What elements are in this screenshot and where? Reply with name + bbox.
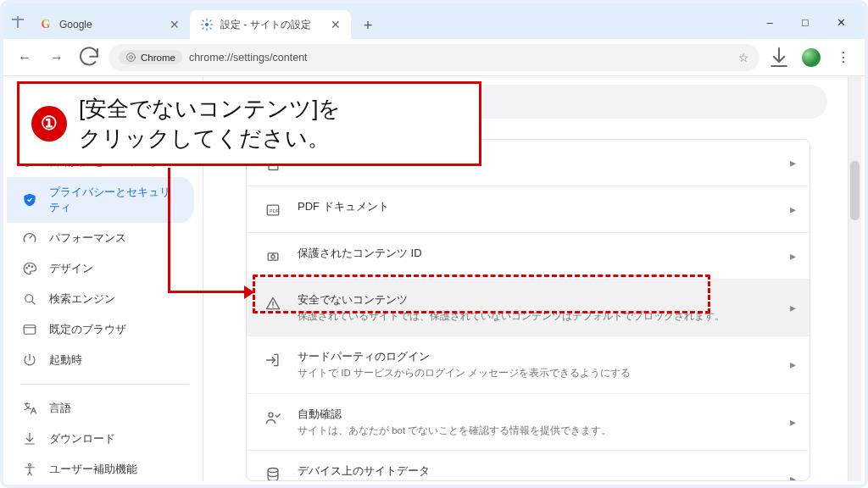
sidebar-item-performance[interactable]: パフォーマンス	[7, 223, 194, 253]
sidebar-item-appearance[interactable]: デザイン	[7, 253, 194, 284]
row-title: 自動確認	[298, 407, 793, 422]
chevron-right-icon: ▸	[790, 358, 796, 371]
scrollbar-thumb[interactable]	[850, 161, 860, 220]
signin-icon	[264, 351, 282, 369]
row-subtitle: サイトで ID サービスからのログイン メッセージを表示できるようにする	[298, 366, 793, 380]
database-icon	[264, 465, 282, 481]
row-subtitle: サイトはデバイスにデータを保存できます	[298, 480, 793, 481]
chevron-right-icon: ▸	[790, 415, 796, 429]
chip-label: Chrome	[141, 53, 175, 63]
sidebar-separator	[20, 384, 189, 385]
annotation-badge: ①	[31, 106, 67, 141]
row-pdf[interactable]: PDF PDF ドキュメント ▸	[247, 186, 810, 232]
chevron-right-icon: ▸	[790, 202, 796, 216]
tab-search-icon[interactable]	[12, 16, 24, 28]
svg-point-20	[268, 468, 278, 472]
downloads-button[interactable]	[766, 45, 792, 70]
row-title: デバイス上のサイトデータ	[298, 463, 793, 479]
close-icon[interactable]: ✕	[329, 18, 342, 31]
accessibility-icon	[22, 462, 37, 477]
warning-icon	[264, 294, 282, 313]
row-title: 保護されたコンテンツ ID	[298, 246, 793, 261]
chrome-icon	[125, 52, 136, 63]
back-button[interactable]: ←	[12, 45, 37, 70]
window-controls: – □ ✕	[758, 16, 861, 32]
power-icon	[22, 352, 37, 368]
minimize-button[interactable]: –	[758, 16, 782, 29]
sidebar-item-on-startup[interactable]: 起動時	[7, 345, 194, 375]
titlebar: G Google ✕ 設定 - サイトの設定 ✕ + – □ ✕	[3, 3, 865, 39]
row-third-party-signin[interactable]: サードパーティのログイン サイトで ID サービスからのログイン メッセージを表…	[247, 336, 810, 392]
row-insecure-content[interactable]: 安全でないコンテンツ 保護されているサイトでは、保護されていないコンテンツはデフ…	[247, 279, 810, 336]
sidebar-item-search-engine[interactable]: 検索エンジン	[7, 284, 194, 314]
bookmark-icon[interactable]: ☆	[738, 51, 749, 64]
row-subtitle: 保護されているサイトでは、保護されていないコンテンツはデフォルトでブロックされま…	[298, 309, 793, 323]
maximize-button[interactable]: □	[793, 16, 817, 29]
chevron-right-icon: ▸	[790, 156, 796, 169]
menu-button[interactable]: ⋮	[831, 45, 856, 70]
annotation-arrow	[168, 168, 170, 293]
row-protected-content[interactable]: 保護されたコンテンツ ID ▸	[247, 232, 810, 279]
sidebar-item-label: ユーザー補助機能	[49, 462, 137, 477]
svg-point-1	[127, 53, 136, 62]
tab-title: 設定 - サイトの設定	[220, 18, 322, 32]
svg-point-18	[272, 307, 273, 308]
profile-button[interactable]	[798, 45, 824, 70]
svg-text:PDF: PDF	[270, 208, 280, 214]
avatar-icon	[802, 48, 821, 67]
shield-icon	[22, 192, 37, 208]
language-icon	[22, 401, 37, 416]
svg-point-6	[29, 265, 31, 267]
chevron-right-icon: ▸	[790, 301, 796, 314]
svg-point-0	[205, 23, 209, 26]
tab-settings[interactable]: 設定 - サイトの設定 ✕	[190, 10, 351, 39]
sidebar-item-downloads[interactable]: ダウンロード	[7, 424, 194, 454]
row-site-data[interactable]: デバイス上のサイトデータ サイトはデバイスにデータを保存できます ▸	[247, 450, 810, 481]
address-bar[interactable]: Chrome chrome://settings/content ☆	[108, 44, 760, 71]
sidebar-item-label: デザイン	[49, 261, 93, 276]
tab-google[interactable]: G Google ✕	[29, 10, 190, 39]
svg-rect-9	[24, 325, 36, 335]
row-auto-verify[interactable]: 自動確認 サイトは、あなたが bot でないことを確認する情報を提供できます。 …	[247, 393, 810, 450]
svg-point-5	[26, 268, 28, 269]
row-title: 安全でないコンテンツ	[298, 292, 793, 308]
new-tab-button[interactable]: +	[356, 14, 380, 37]
sidebar-item-languages[interactable]: 言語	[7, 393, 194, 424]
tabstrip: G Google ✕ 設定 - サイトの設定 ✕ +	[29, 8, 380, 39]
google-favicon-icon: G	[39, 18, 53, 31]
svg-point-2	[130, 56, 133, 59]
speed-icon	[22, 230, 37, 246]
row-subtitle: サイトは、あなたが bot でないことを確認する情報を提供できます。	[298, 424, 793, 437]
sidebar-item-accessibility[interactable]: ユーザー補助機能	[7, 454, 194, 481]
svg-point-10	[29, 463, 31, 466]
svg-point-8	[25, 295, 33, 302]
toolbar: ← → Chrome chrome://settings/content ☆ ⋮	[3, 39, 865, 76]
chevron-right-icon: ▸	[790, 249, 796, 263]
row-title: PDF ドキュメント	[298, 199, 793, 214]
annotation-arrowhead-icon	[244, 286, 254, 299]
url-text: chrome://settings/content	[189, 52, 308, 64]
annotation-arrow	[168, 291, 248, 293]
window-close-button[interactable]: ✕	[829, 16, 853, 29]
forward-button[interactable]: →	[44, 45, 70, 70]
search-icon	[22, 291, 37, 307]
palette-icon	[22, 261, 37, 276]
annotation-text-line2: クリックしてください。	[79, 125, 330, 151]
annotation-callout: ① [安全でないコンテンツ]を クリックしてください。	[17, 81, 481, 166]
svg-point-7	[31, 266, 33, 268]
sidebar-item-label: プライバシーとセキュリティ	[49, 185, 181, 215]
sidebar-item-label: パフォーマンス	[49, 230, 126, 246]
chevron-right-icon: ▸	[790, 472, 796, 481]
sidebar-item-privacy[interactable]: プライバシーとセキュリティ	[7, 177, 194, 223]
pdf-icon: PDF	[264, 201, 282, 219]
reload-button[interactable]	[76, 45, 102, 70]
download-icon	[22, 431, 37, 446]
browser-icon	[22, 322, 37, 337]
row-title: サードパーティのログイン	[298, 349, 793, 364]
sidebar-item-default-browser[interactable]: 既定のブラウザ	[7, 314, 194, 345]
security-chip[interactable]: Chrome	[119, 50, 182, 64]
tab-title: Google	[59, 19, 161, 30]
settings-favicon-icon	[200, 18, 214, 31]
close-icon[interactable]: ✕	[168, 18, 181, 31]
sidebar-item-label: 言語	[49, 401, 71, 416]
